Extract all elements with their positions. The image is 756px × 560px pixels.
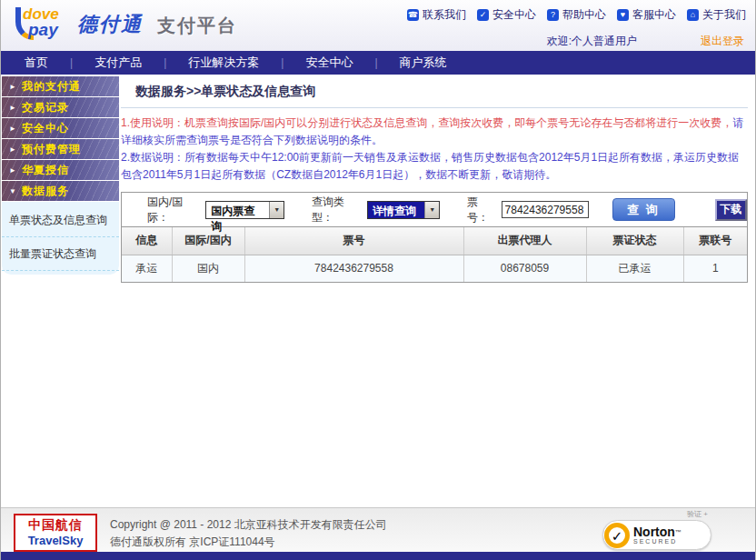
norton-name: Norton™ — [633, 526, 681, 538]
query-panel: 国内/国际： 国内票查询 ▼ 查询类型： 详情查询 ▼ 票号： 查 询 下载 — [121, 192, 748, 283]
cell-coupon-number: 1 — [683, 255, 747, 282]
link-contact-us[interactable]: ☎ 联系我们 — [407, 7, 466, 23]
sidebar-item-security-center[interactable]: ► 安全中心 — [2, 118, 119, 138]
query-type-select-value: 详情查询 — [368, 202, 424, 218]
footer: 中国航信 TravelSky Copyright @ 2011 - 2012 北… — [1, 507, 755, 553]
travelsky-cn-text: 中国航信 — [17, 517, 94, 534]
note-usage-warning: 1.使用说明：机票查询按国际/国内可以分别进行状态及信息查询，查询按次收费，即每… — [121, 116, 732, 129]
platform-title: 支付平台 — [157, 14, 237, 38]
domestic-select[interactable]: 国内票查询 ▼ — [205, 201, 284, 219]
query-form: 国内/国际： 国内票查询 ▼ 查询类型： 详情查询 ▼ 票号： 查 询 下载 — [122, 193, 747, 227]
sidebar-item-my-payment[interactable]: ► 我的支付通 — [2, 76, 119, 96]
note-data: 2.数据说明：所有数据每天中午12:00前更新前一天销售及承运数据，销售历史数据… — [121, 149, 748, 184]
sidebar-item-data-services[interactable]: ▼ 数据服务 — [2, 181, 119, 201]
query-type-select[interactable]: 详情查询 ▼ — [367, 201, 440, 219]
travelsky-logo: 中国航信 TravelSky — [14, 514, 97, 552]
nav-item-home[interactable]: 首页 — [25, 55, 70, 71]
download-button[interactable]: 下载 — [715, 199, 748, 221]
copyright-line2: 德付通版权所有 京ICP证111044号 — [110, 534, 387, 551]
brand-logo[interactable]: dove pay 德付通 支付平台 — [14, 4, 237, 45]
link-label: 关于我们 — [702, 7, 746, 23]
sidebar-item-label: 预付费管理 — [22, 142, 81, 157]
phone-icon: ☎ — [407, 9, 419, 21]
norton-secured-label: SECURED — [633, 538, 681, 545]
copyright-line1: Copyright @ 2011 - 2012 北京亚科技术开发有限责任公司 — [110, 516, 387, 534]
logo-pay-text: pay — [28, 20, 58, 40]
sidebar-item-label: 数据服务 — [22, 184, 69, 199]
breadcrumb: 数据服务>>单票状态及信息查询 — [135, 84, 315, 98]
arrow-right-icon: ► — [9, 104, 16, 112]
note-usage: 1.使用说明：机票查询按国际/国内可以分别进行状态及信息查询，查询按次收费，即每… — [121, 115, 748, 149]
sidebar-item-label: 华夏授信 — [22, 163, 69, 178]
logout-link[interactable]: 退出登录 — [701, 34, 744, 49]
arrow-right-icon: ► — [9, 145, 16, 154]
breadcrumb-bar: 数据服务>>单票状态及信息查询 — [121, 76, 748, 108]
norton-check-icon: ✓ — [604, 523, 630, 548]
cell-ticket-status: 已承运 — [586, 255, 683, 282]
query-type-label: 查询类型： — [312, 195, 365, 225]
help-icon: ? — [547, 9, 559, 21]
cell-issuing-agent: 08678059 — [463, 255, 586, 282]
norton-secured-seal[interactable]: ✓ Norton™ SECURED — [602, 520, 711, 550]
page: dove pay 德付通 支付平台 ☎ 联系我们 ✓ 安全中心 ? 帮助中心 ♥… — [0, 0, 756, 560]
sidebar-item-huaxia-credit[interactable]: ► 华夏授信 — [2, 160, 119, 180]
link-label: 联系我们 — [423, 7, 466, 23]
link-label: 帮助中心 — [562, 7, 606, 23]
link-service-center[interactable]: ♥ 客服中心 — [617, 7, 676, 23]
sidebar-item-label: 交易记录 — [22, 100, 69, 115]
sidebar-item-transaction-records[interactable]: ► 交易记录 — [2, 97, 119, 117]
welcome-text: 欢迎:个人普通用户 — [547, 34, 637, 49]
chevron-down-icon[interactable]: ▼ — [424, 202, 439, 218]
travelsky-en-text: TravelSky — [17, 534, 94, 547]
main-content: 数据服务>>单票状态及信息查询 1.使用说明：机票查询按国际/国内可以分别进行状… — [121, 76, 748, 283]
col-header-issuing-agent: 出票代理人 — [463, 227, 586, 255]
welcome-row: 欢迎:个人普通用户 退出登录 — [547, 34, 744, 49]
submenu-item-single-ticket-query[interactable]: 单票状态及信息查询 — [2, 204, 119, 237]
col-header-coupon-number: 票联号 — [683, 227, 747, 255]
arrow-down-icon: ▼ — [9, 187, 16, 195]
top-links: ☎ 联系我们 ✓ 安全中心 ? 帮助中心 ♥ 客服中心 ⌂ 关于我们 — [396, 7, 746, 23]
copyright: Copyright @ 2011 - 2012 北京亚科技术开发有限责任公司 德… — [110, 516, 387, 551]
main-nav: 首页 | 支付产品 | 行业解决方案 | 安全中心 | 商户系统 — [1, 51, 755, 75]
dovepay-logo-icon: dove pay — [14, 4, 74, 45]
ticket-number-input[interactable] — [502, 201, 589, 218]
domestic-international-label: 国内/国际： — [147, 195, 204, 225]
chevron-down-icon[interactable]: ▼ — [269, 202, 284, 218]
arrow-right-icon: ► — [9, 166, 16, 175]
nav-item-payment-products[interactable]: 支付产品 — [73, 55, 164, 71]
link-security-center[interactable]: ✓ 安全中心 — [477, 7, 536, 23]
link-help-center[interactable]: ? 帮助中心 — [547, 7, 606, 23]
shield-check-icon: ✓ — [477, 9, 489, 21]
ticket-number-label: 票号： — [467, 195, 499, 225]
sidebar: ► 我的支付通 ► 交易记录 ► 安全中心 ► 预付费管理 ► 华夏授信 ▼ 数… — [2, 76, 119, 275]
norton-verify-link[interactable]: 验证 + — [602, 508, 717, 520]
brand-name-cn: 德付通 — [77, 11, 143, 38]
norton-text: Norton™ SECURED — [633, 526, 681, 545]
link-label: 安全中心 — [492, 7, 536, 23]
result-table: 信息 国际/国内 票号 出票代理人 票证状态 票联号 承运 国内 7842436… — [122, 227, 747, 282]
cell-intl-domestic: 国内 — [172, 255, 244, 282]
cell-ticket-number: 7842436279558 — [244, 255, 463, 282]
trademark-symbol: ™ — [675, 529, 681, 535]
table-row: 承运 国内 7842436279558 08678059 已承运 1 — [122, 255, 747, 282]
query-button[interactable]: 查 询 — [612, 198, 675, 221]
submenu-item-batch-ticket-query[interactable]: 批量票证状态查询 — [2, 237, 119, 271]
nav-item-industry-solutions[interactable]: 行业解决方案 — [166, 55, 281, 71]
link-about-us[interactable]: ⌂ 关于我们 — [687, 7, 746, 23]
usage-notes: 1.使用说明：机票查询按国际/国内可以分别进行状态及信息查询，查询按次收费，即每… — [121, 115, 748, 184]
col-header-ticket-number: 票号 — [244, 227, 463, 255]
sidebar-submenu: 单票状态及信息查询 批量票证状态查询 — [2, 202, 119, 275]
link-label: 客服中心 — [632, 7, 676, 23]
sidebar-item-prepaid-management[interactable]: ► 预付费管理 — [2, 139, 119, 159]
arrow-right-icon: ► — [9, 83, 16, 91]
col-header-ticket-status: 票证状态 — [586, 227, 683, 255]
col-header-intl-domestic: 国际/国内 — [172, 227, 244, 255]
bottom-navy-strip — [1, 552, 755, 560]
nav-item-merchant-system[interactable]: 商户系统 — [378, 55, 469, 71]
nav-item-security-center[interactable]: 安全中心 — [284, 55, 374, 71]
heart-icon: ♥ — [617, 9, 629, 21]
header: dove pay 德付通 支付平台 ☎ 联系我们 ✓ 安全中心 ? 帮助中心 ♥… — [1, 0, 755, 51]
domestic-select-value: 国内票查询 — [206, 202, 269, 218]
sidebar-item-label: 我的支付通 — [22, 79, 81, 95]
col-header-info: 信息 — [122, 227, 172, 255]
